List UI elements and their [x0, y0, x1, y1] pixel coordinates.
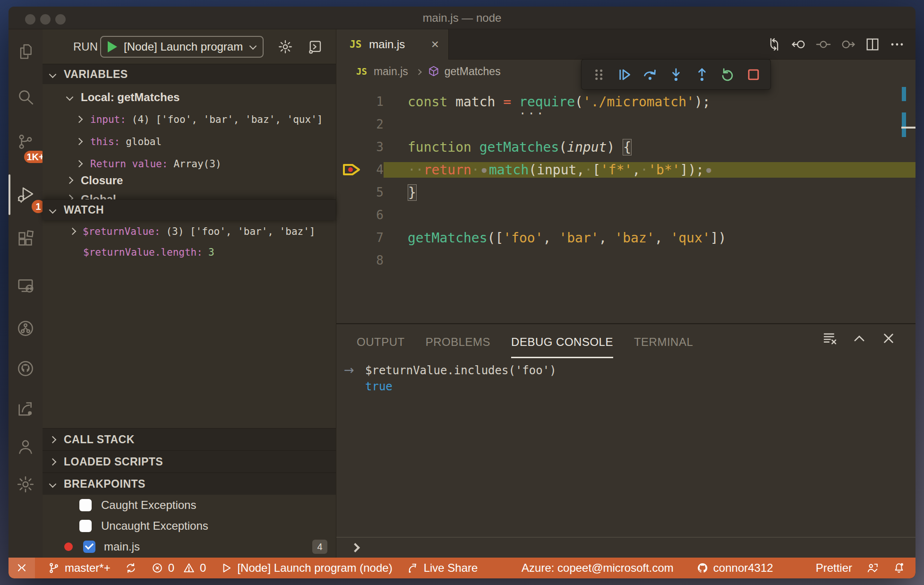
breakpoint-gutter[interactable]: [336, 204, 365, 226]
checkbox-unchecked[interactable]: [79, 520, 92, 532]
sidebar-item-explorer[interactable]: [9, 32, 43, 72]
breakpoint-gutter[interactable]: [336, 113, 365, 136]
close-tab-icon[interactable]: ×: [431, 38, 439, 51]
tab-problems[interactable]: PROBLEMS: [426, 324, 490, 360]
tab-terminal[interactable]: TERMINAL: [634, 324, 693, 360]
nav-location-icon[interactable]: [815, 36, 831, 52]
code-line[interactable]: 5}: [336, 181, 915, 204]
live-share-label: Live Share: [424, 561, 478, 575]
nav-forward-icon[interactable]: [840, 36, 856, 52]
close-icon[interactable]: [881, 330, 897, 346]
step-out-button[interactable]: [692, 64, 712, 85]
scope-row[interactable]: Local: getMatches: [43, 86, 336, 108]
sync-status[interactable]: [118, 558, 144, 578]
launch-config-dropdown[interactable]: [Node] Launch program: [100, 36, 264, 58]
sidebar-item-extensions[interactable]: [9, 219, 43, 258]
code-line[interactable]: 8: [336, 249, 915, 272]
more-actions-icon[interactable]: [889, 36, 905, 52]
branch-status[interactable]: master*+: [41, 558, 118, 578]
code-line[interactable]: 7getMatches(['foo', 'bar', 'baz', 'qux']…: [336, 226, 915, 249]
variable-row-input[interactable]: input: (4) ['foo', 'bar', 'baz', 'qux']: [43, 108, 336, 130]
remote-indicator[interactable]: [9, 558, 35, 578]
breakpoint-gutter[interactable]: [336, 90, 365, 113]
start-debug-icon[interactable]: [108, 41, 117, 52]
variables-section-header[interactable]: VARIABLES: [43, 64, 336, 84]
breakpoint-row-mainjs[interactable]: main.js 4: [43, 536, 336, 557]
watch-row-returnvalue-length[interactable]: $returnValue.length: 3: [43, 241, 336, 263]
watch-section-header[interactable]: WATCH: [43, 199, 336, 220]
code-token: [511, 94, 519, 110]
code-token: ,: [599, 230, 615, 246]
drag-grip-icon[interactable]: [588, 64, 609, 85]
accounts-icon-item[interactable]: [9, 427, 43, 466]
nav-back-icon[interactable]: [791, 36, 807, 52]
clear-console-icon[interactable]: [822, 330, 838, 346]
checkbox-checked[interactable]: [83, 541, 95, 553]
breakpoint-gutter[interactable]: [336, 136, 365, 158]
loaded-scripts-section-header[interactable]: LOADED SCRIPTS: [43, 450, 336, 473]
code-token: [471, 139, 479, 155]
variable-row-this[interactable]: this: global: [43, 130, 336, 153]
breadcrumb-file[interactable]: main.js: [374, 65, 408, 78]
code-editor[interactable]: 1const match = require('./micromatch');·…: [336, 83, 915, 323]
scope-row-closure[interactable]: Closure: [43, 169, 336, 191]
code-token: function: [408, 139, 471, 155]
code-line[interactable]: 4··return·●match(input,·['f*',·'b*']);●: [336, 158, 915, 181]
split-editor-icon[interactable]: [864, 36, 881, 52]
github-account-status[interactable]: connor4312: [689, 558, 780, 578]
restart-button[interactable]: [717, 64, 738, 85]
breakpoint-gutter[interactable]: [336, 249, 365, 272]
debug-console-button[interactable]: [305, 36, 324, 58]
debug-launch-status[interactable]: [Node] Launch program (node): [213, 558, 399, 578]
code-line[interactable]: 1const match = require('./micromatch');·…: [336, 90, 915, 113]
debug-settings-button[interactable]: [276, 36, 295, 58]
breakpoints-section-header[interactable]: BREAKPOINTS: [43, 473, 336, 495]
problems-status[interactable]: 0 0: [144, 558, 214, 578]
notifications-status[interactable]: [886, 558, 915, 578]
sidebar-item-live-share[interactable]: [9, 389, 43, 429]
code-token: ([: [488, 230, 504, 246]
chevron-up-icon[interactable]: [851, 330, 867, 346]
breadcrumb-symbol[interactable]: getMatches: [445, 65, 501, 78]
scope-row-global[interactable]: Global: [43, 189, 336, 199]
console-input[interactable]: [336, 537, 915, 559]
feedback-status[interactable]: [859, 558, 886, 578]
step-over-button[interactable]: [640, 64, 660, 85]
explorer-icon: [16, 43, 35, 61]
azure-account-status[interactable]: Azure: copeet@microsoft.com: [514, 558, 681, 578]
open-changes-icon[interactable]: [766, 36, 782, 52]
live-share-status[interactable]: Live Share: [400, 558, 485, 578]
breakpoint-row-uncaught[interactable]: Uncaught Exceptions: [43, 516, 336, 536]
code-text: const match = require('./micromatch');··…: [384, 94, 915, 110]
symbol-cube-icon: [428, 65, 440, 77]
callstack-section-header[interactable]: CALL STACK: [43, 428, 336, 450]
settings-gear-item[interactable]: [9, 465, 43, 504]
sidebar-item-remote-explorer[interactable]: [9, 266, 43, 306]
watch-row-returnvalue[interactable]: $returnValue: (3) ['foo', 'bar', 'baz']: [43, 220, 336, 242]
breakpoint-row-caught[interactable]: Caught Exceptions: [43, 495, 336, 516]
panel-tabs: OUTPUT PROBLEMS DEBUG CONSOLE TERMINAL: [357, 324, 693, 360]
step-into-button[interactable]: [666, 64, 686, 85]
tab-debug-console[interactable]: DEBUG CONSOLE: [511, 324, 613, 360]
network-icon: [16, 319, 35, 338]
global-label: Global: [81, 193, 116, 199]
sidebar-item-github[interactable]: [9, 349, 43, 388]
code-token: ,: [543, 230, 559, 246]
breakpoints-header-label: BREAKPOINTS: [64, 478, 145, 490]
code-token: );: [694, 94, 710, 110]
current-statement-arrow-icon[interactable]: [336, 158, 365, 181]
code-line[interactable]: 2: [336, 113, 915, 136]
gear-icon: [277, 39, 293, 55]
breakpoint-gutter[interactable]: [336, 181, 365, 204]
code-line[interactable]: 6: [336, 204, 915, 226]
sidebar-item-network[interactable]: [9, 309, 43, 348]
tab-output[interactable]: OUTPUT: [357, 324, 405, 360]
code-line[interactable]: 3function getMatches(input) {: [336, 136, 915, 158]
checkbox-unchecked[interactable]: [79, 499, 92, 511]
sidebar-item-search[interactable]: [9, 77, 43, 117]
tab-mainjs[interactable]: JS main.js ×: [336, 29, 449, 60]
continue-button[interactable]: [614, 64, 635, 85]
formatter-status[interactable]: Prettier: [809, 558, 859, 578]
breakpoint-gutter[interactable]: [336, 226, 365, 249]
stop-button[interactable]: [743, 64, 764, 85]
